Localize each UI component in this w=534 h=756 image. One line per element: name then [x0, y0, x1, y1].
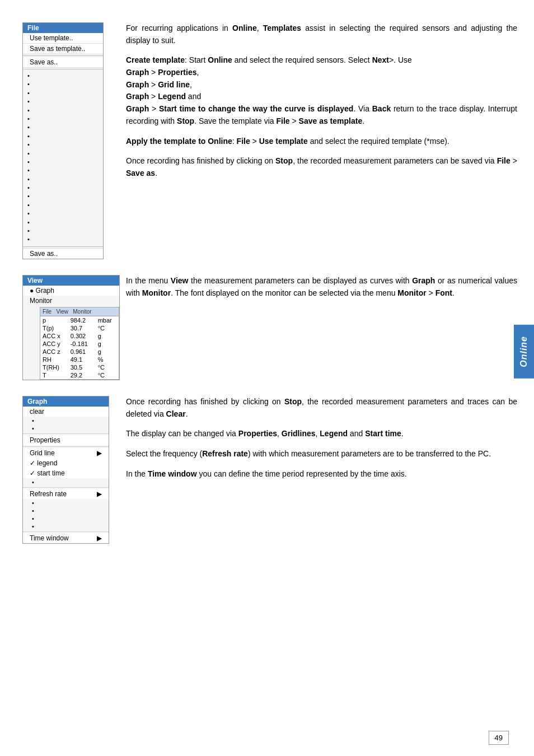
create-template-para: Create template: Start Online and select… — [126, 54, 517, 127]
view-menu-para: In the menu View the measurement paramet… — [126, 275, 517, 299]
view-menu-graph[interactable]: Graph — [23, 286, 119, 296]
save-recording-para: Once recording has finished by clicking … — [126, 155, 517, 179]
monitor-table: p984.2mbar T(p)30.7°C ACC x0.302g ACC y-… — [40, 316, 119, 379]
file-menu-panel: File Use template.. Save as template.. S… — [22, 22, 115, 259]
monitor-table-header: File View Monitor — [40, 307, 119, 316]
graph-menu: Graph clear • • Properties Grid line leg… — [22, 396, 109, 544]
table-row: RH49.1% — [40, 356, 119, 363]
apply-template-para: Apply the template to Online: File > Use… — [126, 136, 517, 148]
graph-menu-properties[interactable]: Properties — [23, 435, 109, 445]
view-menu: View Graph Monitor File View Monitor p98… — [22, 275, 120, 380]
graph-menu-gridline[interactable]: Grid line — [23, 448, 109, 458]
file-menu-save-as-bottom[interactable]: Save as.. — [23, 248, 103, 259]
graph-menu-timewindow[interactable]: Time window — [23, 533, 109, 543]
graph-menu-clear[interactable]: clear — [23, 407, 109, 417]
table-row: T(RH)30.5°C — [40, 363, 119, 371]
clear-para: Once recording has finished by clicking … — [126, 396, 517, 420]
template-intro-para: For recurring applications in Online, Te… — [126, 22, 517, 46]
table-row: ACC z0.961g — [40, 348, 119, 356]
monitor-table-wrapper: File View Monitor p984.2mbar T(p)30.7°C … — [40, 307, 119, 380]
view-menu-panel: View Graph Monitor File View Monitor p98… — [22, 275, 115, 380]
online-side-tab: Online — [514, 325, 534, 379]
file-menu-save-as-top[interactable]: Save as.. — [23, 57, 103, 68]
file-menu-save-as-template[interactable]: Save as template.. — [23, 44, 103, 54]
file-menu-use-template[interactable]: Use template.. — [23, 33, 103, 44]
table-row: ACC x0.302g — [40, 332, 119, 340]
file-menu-bullets: • • • • • • • • • • • • • • • — [23, 71, 103, 245]
section3-text: In the menu View the measurement paramet… — [126, 275, 517, 307]
view-menu-title: View — [23, 276, 119, 286]
time-window-para: In the Time window you can define the ti… — [126, 468, 517, 480]
section4-text: Once recording has finished by clicking … — [126, 396, 517, 488]
graph-menu-refreshrate[interactable]: Refresh rate — [23, 489, 109, 499]
table-row: T(p)30.7°C — [40, 324, 119, 332]
table-row: ACC y-0.181g — [40, 340, 119, 348]
graph-menu-starttime[interactable]: start time — [23, 468, 109, 478]
view-menu-monitor-label[interactable]: Monitor — [23, 296, 119, 306]
file-menu-title: File — [23, 23, 103, 33]
graph-menu-legend[interactable]: legend — [23, 458, 109, 468]
display-change-para: The display can be changed via Propertie… — [126, 428, 517, 440]
view-menu-monitor-group: Monitor File View Monitor p984.2mbar T(p… — [23, 296, 119, 380]
refresh-rate-para: Select the frequency (Refresh rate) with… — [126, 448, 517, 460]
graph-menu-panel: Graph clear • • Properties Grid line leg… — [22, 396, 115, 544]
page-number: 49 — [489, 731, 509, 745]
graph-menu-title: Graph — [23, 396, 109, 407]
table-row: T29.2°C — [40, 371, 119, 379]
file-menu: File Use template.. Save as template.. S… — [22, 22, 104, 259]
section1-text: For recurring applications in Online, Te… — [126, 22, 517, 188]
table-row: p984.2mbar — [40, 316, 119, 324]
